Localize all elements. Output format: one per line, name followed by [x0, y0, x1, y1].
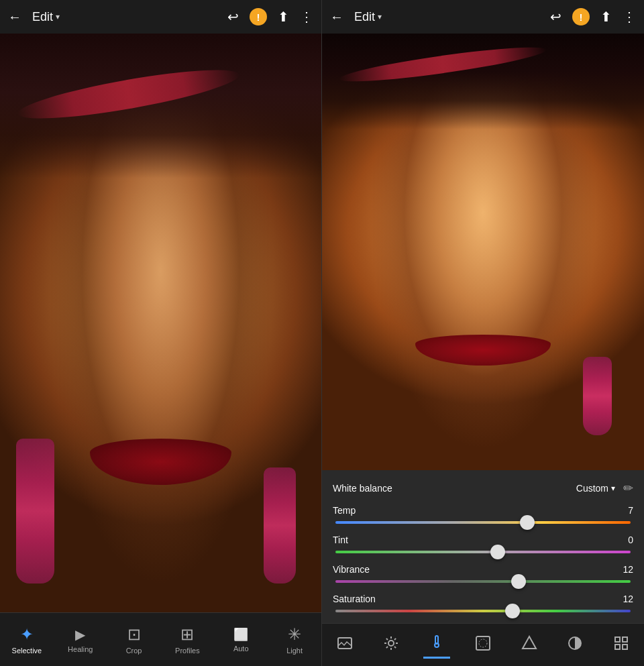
- title-dropdown-arrow: ▾: [56, 12, 60, 21]
- right-earring-right: [583, 357, 612, 435]
- left-share-button[interactable]: ⬆: [278, 9, 289, 25]
- left-panel: ← Edit ▾ ↩ ! ⬆ ⋮ ✦ Selective ▶ Healing: [0, 0, 322, 666]
- right-toolbar: ← Edit ▾ ↩ ! ⬆ ⋮: [322, 0, 644, 34]
- vignette-icon: [475, 635, 491, 655]
- nav-healing[interactable]: ▶ Healing: [54, 626, 107, 653]
- wb-dropdown-arrow: ▾: [611, 484, 615, 493]
- eyedropper-button[interactable]: ✏: [623, 481, 633, 496]
- right-edit-title[interactable]: Edit ▾: [354, 10, 382, 24]
- right-title-dropdown-arrow: ▾: [378, 12, 382, 21]
- vibrance-thumb[interactable]: [511, 574, 526, 589]
- left-portrait-image: [0, 34, 321, 612]
- light-label: Light: [286, 647, 303, 655]
- icon-detail[interactable]: [608, 632, 635, 658]
- vibrance-value: 12: [620, 564, 633, 575]
- healing-label: Healing: [68, 645, 93, 653]
- svg-line-6: [386, 638, 388, 639]
- thermometer-icon: [429, 634, 445, 654]
- svg-marker-14: [523, 636, 536, 649]
- edit-controls-panel: White balance Custom ▾ ✏ Temp 7 Tint 0: [322, 470, 644, 623]
- detail-icon: [613, 635, 629, 655]
- nav-auto[interactable]: ⬜ Auto: [214, 627, 268, 653]
- left-back-button[interactable]: ←: [8, 9, 21, 25]
- svg-rect-18: [615, 645, 620, 649]
- nav-light[interactable]: ✳ Light: [268, 625, 321, 655]
- right-undo-button[interactable]: ↩: [550, 9, 561, 25]
- selective-icon: ✦: [20, 625, 34, 644]
- vibrance-slider-row: Vibrance 12: [333, 564, 633, 583]
- right-warn-icon[interactable]: !: [572, 8, 590, 25]
- saturation-slider-row: Saturation 12: [333, 594, 633, 612]
- temp-label: Temp: [333, 505, 356, 516]
- auto-label: Auto: [233, 645, 249, 653]
- right-panel: ← Edit ▾ ↩ ! ⬆ ⋮ White balance Custom ▾ …: [322, 0, 644, 666]
- right-hair-top: [322, 34, 644, 129]
- icon-grain[interactable]: [516, 632, 543, 658]
- left-edit-title[interactable]: Edit ▾: [32, 10, 60, 24]
- profiles-label: Profiles: [175, 647, 200, 655]
- right-bottom-icons: [322, 623, 644, 666]
- crop-icon: ⊡: [127, 625, 141, 644]
- tint-label: Tint: [333, 535, 348, 545]
- left-bottom-nav: ✦ Selective ▶ Healing ⊡ Crop ⊞ Profiles …: [0, 612, 321, 666]
- profiles-icon: ⊞: [180, 625, 194, 644]
- svg-rect-16: [615, 637, 620, 642]
- icon-sun[interactable]: [378, 632, 405, 658]
- svg-point-11: [435, 643, 439, 647]
- light-icon: ✳: [288, 625, 301, 644]
- right-share-button[interactable]: ⬆: [600, 9, 612, 25]
- nav-crop[interactable]: ⊡ Crop: [107, 625, 161, 655]
- svg-point-13: [479, 639, 487, 647]
- left-image-area: [0, 34, 321, 612]
- saturation-value: 12: [620, 594, 633, 604]
- sun-icon: [383, 635, 399, 655]
- tonecurve-icon: [567, 635, 583, 655]
- vibrance-label: Vibrance: [333, 564, 370, 575]
- crop-label: Crop: [126, 647, 142, 655]
- temp-thumb[interactable]: [520, 515, 535, 530]
- tint-slider-row: Tint 0: [333, 535, 633, 553]
- left-warn-icon[interactable]: !: [250, 8, 267, 25]
- temp-track: [335, 521, 631, 524]
- svg-rect-19: [623, 645, 627, 649]
- saturation-thumb[interactable]: [505, 604, 520, 618]
- right-back-button[interactable]: ←: [330, 9, 343, 25]
- nav-profiles[interactable]: ⊞ Profiles: [160, 625, 214, 655]
- image-icon: [337, 635, 353, 655]
- icon-tonecurve[interactable]: [561, 632, 588, 658]
- earring-right: [264, 467, 296, 584]
- right-more-button[interactable]: ⋮: [623, 9, 636, 25]
- svg-rect-12: [476, 636, 490, 650]
- saturation-label: Saturation: [333, 594, 376, 604]
- svg-point-1: [388, 641, 394, 646]
- left-undo-button[interactable]: ↩: [227, 9, 239, 25]
- nav-selective[interactable]: ✦ Selective: [0, 625, 54, 655]
- selective-label: Selective: [12, 647, 42, 655]
- white-balance-label: White balance: [333, 483, 576, 494]
- vibrance-track: [335, 580, 631, 583]
- icon-image[interactable]: [331, 632, 358, 658]
- auto-icon: ⬜: [233, 627, 248, 642]
- tint-value: 0: [620, 535, 633, 545]
- temp-value: 7: [620, 505, 633, 516]
- grain-icon: [521, 635, 537, 655]
- svg-line-7: [394, 647, 396, 648]
- svg-line-8: [394, 638, 396, 639]
- tint-thumb[interactable]: [490, 545, 505, 559]
- svg-line-9: [386, 647, 388, 648]
- earring-left: [16, 439, 54, 584]
- tint-track: [335, 551, 631, 553]
- left-more-button[interactable]: ⋮: [300, 9, 313, 25]
- white-balance-value[interactable]: Custom ▾: [576, 483, 615, 494]
- white-balance-row: White balance Custom ▾ ✏: [333, 481, 633, 496]
- temp-slider-row: Temp 7: [333, 505, 633, 524]
- icon-vignette[interactable]: [470, 632, 496, 658]
- svg-rect-17: [623, 637, 627, 642]
- left-toolbar: ← Edit ▾ ↩ ! ⬆ ⋮: [0, 0, 321, 34]
- icon-thermometer[interactable]: [423, 631, 450, 659]
- saturation-track: [335, 610, 631, 612]
- healing-icon: ▶: [75, 626, 85, 643]
- right-image-area: [322, 34, 644, 470]
